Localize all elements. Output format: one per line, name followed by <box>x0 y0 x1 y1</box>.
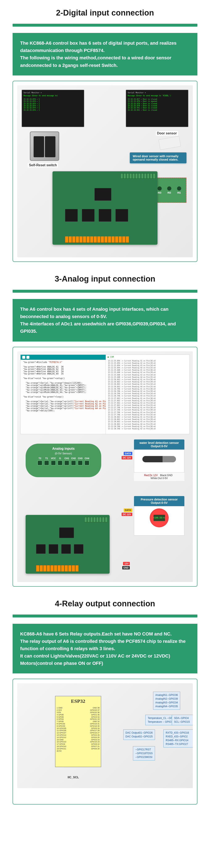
door-sensor-note: Wired door sensor with normally openand … <box>130 152 186 163</box>
power-12v-label: 12V <box>123 562 130 565</box>
iic-scl-label: IIC_SCL <box>68 776 79 779</box>
terminal-pin: IN3 <box>157 186 162 194</box>
self-reset-switch-image <box>30 131 59 161</box>
section-3-title: 3-Analog input connection <box>12 274 198 283</box>
ide-toolbar <box>21 355 108 360</box>
pressure-gauge-icon: +100.56 kPa <box>150 508 168 527</box>
section-2-title: 2-Digital input connection <box>12 8 198 18</box>
pressure-sensor: Pressure detection sensor Output:0-5V DA… <box>134 496 184 535</box>
door-sensor-image <box>158 136 181 150</box>
section-3-description: The A6 control box has 4 sets of Analog … <box>12 299 198 342</box>
relay-output-diagram: ESP32 1 GND2 3V33 EN4 GPI365 GPI396 GPI3… <box>12 679 198 804</box>
door-sensor-label: Door sensor <box>156 131 178 136</box>
analog-input-terminals: Analog inputs (0-5V Sensor) T2T1VCCGCH1C… <box>26 444 101 477</box>
section-4-description: KC868-A6 have 6 Sets Relay outputs.Each … <box>12 624 198 674</box>
spi-pins-box: --GPIO17RST--GPIO18TDSS--GPIO23MOSI <box>133 746 155 761</box>
terminal-window-left: Serial Monitor × Message (Enter to send … <box>21 90 84 127</box>
uart-pins-box: RXTD_433--GPIO16RXED_433--GPIO2RS485--RX… <box>163 730 193 747</box>
power-gnd-label: GND <box>122 566 130 569</box>
terminal-pin: IN1 <box>177 186 181 194</box>
pcb-board-image <box>53 171 157 245</box>
analog-input-diagram: "kw-green">#include "PCF8574.h" "kw-gree… <box>12 347 198 587</box>
section-2-description: The KC868-A6 control box has 6 sets of d… <box>12 33 198 75</box>
self-reset-switch-label: Self-Reset switch <box>28 163 58 167</box>
terminal-pin: IN2 <box>167 186 172 194</box>
digital-input-diagram: Serial Monitor × Message (Enter to send … <box>12 81 198 262</box>
arduino-code-window: "kw-green">#include "PCF8574.h" "kw-gree… <box>20 354 109 434</box>
title-underline <box>12 24 198 27</box>
dac-pins-box: DAC Output01--GPIO26DAC Output02--GPIO25 <box>123 730 155 740</box>
esp32-chip-diagram: ESP32 1 GND2 3V33 EN4 GPI365 GPI396 GPI3… <box>55 696 101 767</box>
analog-pins-box: AnalogIN1--GPIO36AnalogIN2--GPIO39Analog… <box>153 692 180 710</box>
pcb-board-small <box>26 515 110 574</box>
i2c-pins-box: SDA--GPIO4SCL--GPIO15 <box>172 715 193 725</box>
serial-log-window: ● COM 15:11:35.094 -> Current Reading A1… <box>106 354 190 434</box>
title-underline <box>12 290 198 293</box>
terminal-window-right: Serial Monitor × Message (Enter to send … <box>126 90 189 127</box>
title-underline <box>12 615 198 617</box>
water-level-sensor: water level detection sensor Output:0-5V… <box>134 439 184 481</box>
section-4-title: 4-Relay output connection <box>12 599 198 608</box>
